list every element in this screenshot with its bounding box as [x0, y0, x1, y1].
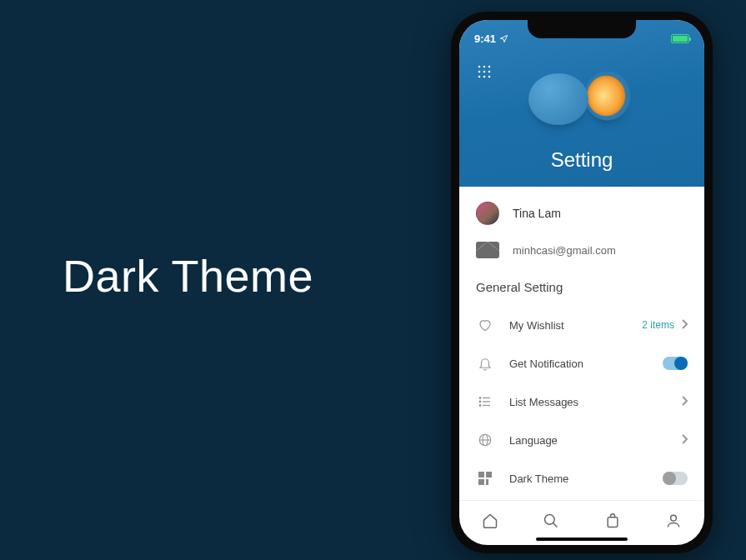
user-name: Tina Lam: [513, 207, 561, 220]
menu-grid-icon[interactable]: [478, 65, 491, 78]
tab-home[interactable]: [481, 512, 499, 530]
bell-icon: [476, 356, 494, 371]
svg-point-3: [478, 71, 481, 73]
user-email: minhcasi@gmail.com: [513, 244, 616, 257]
svg-point-6: [478, 76, 481, 78]
chevron-right-icon: [681, 396, 688, 408]
svg-point-22: [545, 514, 555, 524]
svg-point-1: [483, 66, 486, 68]
wishlist-label: My Wishlist: [509, 319, 627, 332]
tab-profile[interactable]: [664, 512, 683, 530]
chevron-right-icon: [681, 319, 688, 332]
search-icon: [543, 512, 559, 529]
orange-slice-illustration: [584, 67, 630, 124]
header-illustration: [515, 62, 648, 128]
language-label: Language: [509, 434, 666, 447]
email-row[interactable]: minhcasi@gmail.com: [476, 242, 688, 258]
svg-point-12: [479, 398, 481, 399]
tab-shop[interactable]: [603, 512, 622, 530]
status-time-text: 9:41: [474, 32, 496, 45]
page-title: Dark Theme: [63, 250, 313, 302]
svg-point-8: [488, 76, 491, 78]
avatar: [476, 202, 499, 225]
section-title-general: General Setting: [476, 280, 688, 294]
heart-icon: [476, 318, 494, 332]
svg-point-25: [671, 515, 677, 521]
svg-rect-24: [608, 517, 618, 527]
home-icon: [482, 512, 498, 529]
phone-notch: [528, 20, 636, 38]
svg-point-5: [488, 71, 491, 73]
svg-point-4: [483, 71, 486, 73]
chevron-right-icon: [681, 434, 688, 447]
bag-icon: [604, 512, 621, 529]
tab-search[interactable]: [542, 512, 560, 530]
notification-toggle[interactable]: [663, 357, 688, 370]
home-indicator[interactable]: [536, 538, 628, 541]
globe-icon: [476, 432, 494, 448]
dark-theme-toggle[interactable]: [663, 472, 688, 485]
user-icon: [665, 512, 682, 529]
row-language[interactable]: Language: [476, 421, 688, 459]
row-notification: Get Notification: [476, 344, 688, 382]
list-icon: [476, 394, 494, 409]
header: 9:41 Setting: [459, 20, 704, 187]
svg-rect-20: [478, 479, 484, 485]
theme-icon: [476, 472, 494, 485]
svg-line-23: [553, 522, 558, 527]
row-messages[interactable]: List Messages: [476, 382, 688, 421]
svg-point-14: [479, 405, 481, 407]
svg-point-7: [483, 76, 486, 78]
mail-icon: [476, 242, 499, 258]
svg-rect-18: [478, 472, 484, 478]
content: Tina Lam minhcasi@gmail.com General Sett…: [459, 187, 704, 500]
phone-screen: 9:41 Setting Tina Lam: [459, 20, 704, 545]
svg-rect-21: [486, 479, 488, 485]
row-wishlist[interactable]: My Wishlist 2 items: [476, 306, 688, 344]
status-time: 9:41: [474, 32, 508, 45]
notification-label: Get Notification: [509, 358, 648, 370]
wishlist-count: 2 items: [642, 319, 674, 331]
messages-label: List Messages: [509, 396, 666, 408]
svg-point-2: [488, 66, 491, 68]
svg-rect-19: [486, 472, 492, 478]
profile-row[interactable]: Tina Lam: [476, 202, 688, 225]
location-arrow-icon: [499, 34, 508, 43]
dark-theme-label: Dark Theme: [509, 472, 648, 485]
header-title: Setting: [459, 148, 704, 172]
svg-point-13: [479, 401, 481, 402]
orange-whole-illustration: [528, 73, 588, 125]
svg-point-0: [478, 66, 481, 68]
row-dark-theme: Dark Theme: [476, 459, 688, 498]
phone-frame: 9:41 Setting Tina Lam: [451, 12, 713, 553]
battery-icon: [671, 34, 689, 43]
